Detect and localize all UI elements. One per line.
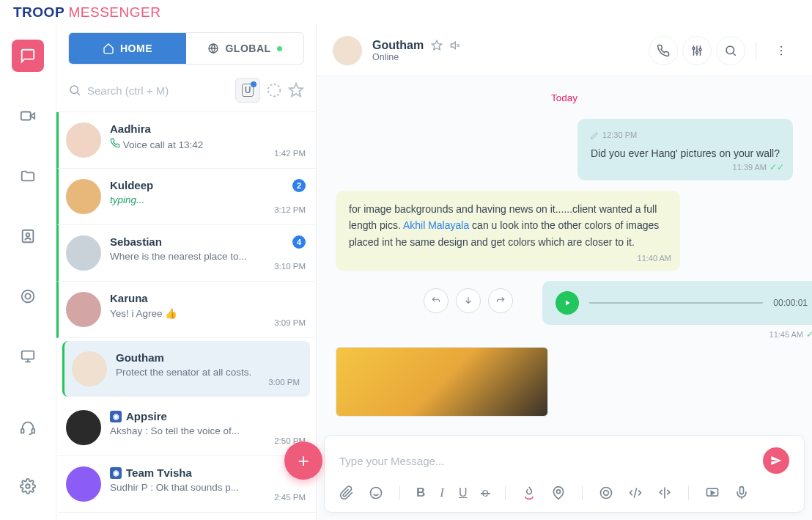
- svg-point-22: [604, 491, 609, 496]
- mute-icon[interactable]: [450, 40, 462, 51]
- chat-item[interactable]: GouthamProtect the senator at all costs.…: [62, 341, 310, 397]
- tab-home[interactable]: HOME: [69, 33, 186, 64]
- avatar: [66, 179, 101, 214]
- divider: [756, 42, 756, 59]
- message-sent[interactable]: 12:30 PM Did you ever Hang' pictures on …: [577, 119, 793, 180]
- chat-item[interactable]: Kuldeeptyping...3:12 PM2: [56, 169, 316, 225]
- tab-global-label: GLOBAL: [225, 43, 270, 54]
- forward-button[interactable]: [488, 288, 513, 313]
- rail-video-icon[interactable]: [12, 100, 44, 132]
- read-checks-icon: ✓✓: [806, 329, 812, 340]
- send-button[interactable]: [763, 447, 789, 474]
- rail-headset-icon[interactable]: [12, 411, 44, 444]
- scroll-down-button[interactable]: [456, 288, 481, 313]
- svg-point-12: [693, 47, 695, 49]
- unread-filter-button[interactable]: U: [235, 78, 260, 103]
- screenshare-icon[interactable]: [705, 486, 720, 500]
- rail-monitor-icon[interactable]: [12, 340, 44, 373]
- composer-toolbar: B I U e: [339, 486, 789, 500]
- location-icon[interactable]: [551, 486, 566, 500]
- message-received[interactable]: for image backgrounds and having news on…: [336, 191, 680, 271]
- voice-message[interactable]: 00:00:01: [542, 281, 812, 325]
- chat-time: 3:00 PM: [268, 378, 300, 387]
- chat-time: 2:45 PM: [274, 493, 306, 502]
- svg-point-10: [70, 86, 78, 94]
- rail-settings-icon[interactable]: [12, 470, 44, 502]
- mention-link[interactable]: Akhil Malayala: [403, 219, 469, 231]
- rail-circle-icon[interactable]: [12, 280, 44, 312]
- filter-circle-icon[interactable]: [266, 82, 282, 98]
- rail-chat-icon[interactable]: [12, 40, 44, 72]
- chat-time: 3:12 PM: [274, 205, 306, 214]
- chat-item[interactable]: KarunaYes! i Agree 👍3:09 PM: [56, 282, 316, 338]
- svg-rect-7: [32, 429, 35, 433]
- star-filter-icon[interactable]: [288, 82, 304, 98]
- star-icon[interactable]: [431, 40, 443, 51]
- svg-point-8: [26, 484, 30, 488]
- chat-item[interactable]: SebastianWhere is the nearest place to..…: [56, 225, 316, 282]
- home-icon: [103, 43, 114, 54]
- header-avatar[interactable]: [333, 36, 362, 65]
- chat-preview: Akshay : So tell the voice of...: [110, 425, 306, 436]
- strike-icon[interactable]: e: [482, 486, 489, 500]
- chat-item[interactable]: ◉AppsireAkshay : So tell the voice of...…: [56, 400, 316, 456]
- svg-rect-5: [22, 351, 34, 359]
- svg-point-15: [726, 46, 734, 54]
- record-icon[interactable]: [599, 486, 613, 500]
- logo-part1: TROOP: [13, 4, 64, 20]
- attach-icon[interactable]: [339, 486, 354, 500]
- reply-back-button[interactable]: [424, 288, 449, 313]
- avatar: [66, 410, 101, 445]
- group-icon: ◉: [110, 411, 122, 422]
- chat-name: ◉Team Tvisha: [110, 466, 306, 479]
- avatar: [72, 351, 107, 387]
- mic-icon[interactable]: [734, 486, 749, 500]
- chat-time: 3:10 PM: [274, 262, 306, 271]
- forkout-icon[interactable]: [657, 486, 672, 500]
- message-input[interactable]: [339, 455, 754, 467]
- play-button[interactable]: [556, 291, 579, 315]
- search-chat-button[interactable]: [716, 36, 745, 65]
- chat-item[interactable]: Aadhira Voice call at 13:421:42 PM: [56, 112, 316, 169]
- header-status: Online: [372, 52, 462, 62]
- conversation-header: Goutham Online: [317, 25, 812, 76]
- burnout-icon[interactable]: [522, 486, 536, 500]
- svg-point-17: [780, 49, 782, 51]
- bold-icon[interactable]: B: [416, 486, 425, 500]
- image-attachment[interactable]: [336, 347, 548, 417]
- svg-point-19: [371, 488, 382, 499]
- separator: [399, 486, 400, 500]
- rail-contacts-icon[interactable]: [12, 220, 44, 252]
- italic-icon[interactable]: I: [440, 486, 444, 500]
- separator: [505, 486, 506, 500]
- chat-preview: Yes! i Agree 👍: [110, 307, 306, 319]
- svg-point-3: [22, 290, 34, 303]
- unread-badge: 4: [292, 235, 306, 249]
- chat-item[interactable]: ◉Team TvishaSudhir P : Ok that sounds p.…: [56, 456, 316, 513]
- chat-time: 3:09 PM: [274, 318, 306, 327]
- globe-icon: [207, 43, 219, 54]
- emoji-icon[interactable]: [369, 486, 383, 500]
- svg-point-16: [780, 45, 782, 47]
- nav-rail: [0, 25, 56, 520]
- chat-list[interactable]: Aadhira Voice call at 13:421:42 PMKuldee…: [56, 112, 316, 520]
- new-chat-fab[interactable]: +: [284, 442, 322, 480]
- rail-folder-icon[interactable]: [12, 160, 44, 192]
- tab-global[interactable]: GLOBAL: [186, 33, 303, 64]
- header-contact-name: Goutham: [372, 39, 424, 52]
- chat-preview: Protect the senator at all costs.: [116, 367, 300, 378]
- more-button[interactable]: [767, 36, 796, 65]
- chat-preview: Where is the nearest place to...: [110, 251, 306, 262]
- avatar: [66, 466, 101, 502]
- settings-button[interactable]: [682, 36, 712, 65]
- underline-icon[interactable]: U: [459, 486, 468, 499]
- chat-sidebar: HOME GLOBAL U: [56, 25, 317, 520]
- call-button[interactable]: [649, 36, 678, 65]
- avatar: [66, 122, 101, 158]
- edit-icon: [591, 132, 598, 139]
- read-checks-icon: ✓✓: [769, 161, 784, 175]
- search-input[interactable]: [87, 84, 229, 97]
- code-icon[interactable]: [628, 486, 643, 500]
- app-logo: TROOP MESSENGER: [13, 4, 799, 21]
- waveform[interactable]: [589, 302, 763, 304]
